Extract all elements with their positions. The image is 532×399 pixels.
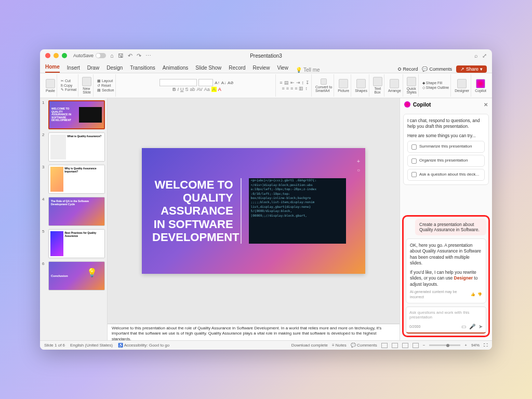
record-button[interactable]: Record xyxy=(398,66,418,72)
align-left-icon[interactable]: ≡ xyxy=(282,86,284,91)
spacing-icon[interactable]: AV xyxy=(196,87,202,92)
slide-area[interactable]: WELCOME TO QUALITY ASSURANCE IN SOFTWARE… xyxy=(108,98,400,324)
reset-button[interactable]: ↺ Reset xyxy=(97,84,114,88)
align-right-icon[interactable]: ≡ xyxy=(290,86,293,91)
tab-record[interactable]: Record xyxy=(229,65,245,73)
shape-outline-button[interactable]: ◇ Shape Outline xyxy=(422,86,449,90)
textbox-button[interactable]: Text Box xyxy=(373,77,382,94)
comments-status-button[interactable]: 💬 Comments xyxy=(351,343,377,348)
fit-icon[interactable]: ⛶ xyxy=(484,343,488,348)
slide[interactable]: WELCOME TO QUALITY ASSURANCE IN SOFTWARE… xyxy=(142,148,365,274)
minimize-icon[interactable] xyxy=(54,53,59,58)
section-button[interactable]: ▤ Section xyxy=(97,88,114,92)
fontcolor-icon[interactable]: A xyxy=(218,87,221,92)
align-center-icon[interactable]: ≡ xyxy=(286,86,289,91)
paste-button[interactable]: Paste xyxy=(46,79,55,92)
tab-transitions[interactable]: Transitions xyxy=(130,65,155,73)
thumb-down-icon[interactable]: 👎 xyxy=(477,292,482,297)
underline-icon[interactable]: U xyxy=(180,87,184,92)
highlight-icon[interactable]: A xyxy=(211,87,217,92)
zoom-in-icon[interactable]: + xyxy=(464,343,467,348)
decrease-font-icon[interactable]: A↓ xyxy=(221,81,226,85)
notes-button[interactable]: ≡ Notes xyxy=(332,343,347,348)
justify-icon[interactable]: ≡ xyxy=(295,86,297,91)
slideshow-view-icon[interactable] xyxy=(413,343,419,348)
new-slide-button[interactable]: New Slide xyxy=(82,77,91,94)
shadow-icon[interactable]: ab xyxy=(190,87,195,92)
copilot-input-placeholder[interactable]: Ask questions and work with this present… xyxy=(409,310,483,320)
strike-icon[interactable]: S xyxy=(185,87,188,92)
tell-me-search[interactable]: 💡 Tell me xyxy=(296,67,320,73)
suggestion-organize[interactable]: Organize this presentation xyxy=(407,155,485,167)
textdir-icon[interactable]: ↧ xyxy=(305,80,310,85)
toggle-icon[interactable] xyxy=(96,53,106,58)
designer-button[interactable]: Designer xyxy=(455,79,469,92)
slide-title[interactable]: WELCOME TO QUALITY ASSURANCE IN SOFTWARE… xyxy=(152,178,242,244)
indent-inc-icon[interactable]: ⇥ xyxy=(296,80,300,85)
reading-view-icon[interactable] xyxy=(402,343,408,348)
close-icon[interactable] xyxy=(45,53,50,58)
smartart-button[interactable]: Convert to SmartArt xyxy=(315,78,332,92)
thumbnail-3[interactable]: Why is Quality Assurance Important? xyxy=(48,165,105,194)
tab-view[interactable]: View xyxy=(277,65,288,73)
font-size-select[interactable] xyxy=(198,79,213,86)
shape-fill-button[interactable]: ◆ Shape Fill xyxy=(422,81,449,85)
copy-button[interactable]: ⎘ Copy xyxy=(61,84,76,87)
quickstyles-button[interactable]: Quick Styles xyxy=(407,77,417,94)
slide-image[interactable]: <p>{abc}</p>{ccc}.gbrt1 .6bhgrt97{: </di… xyxy=(249,178,346,243)
tab-insert[interactable]: Insert xyxy=(67,65,80,73)
numbering-icon[interactable]: ▤ xyxy=(284,80,289,85)
save-icon[interactable]: 🖫 xyxy=(118,52,124,59)
tab-slideshow[interactable]: Slide Show xyxy=(195,65,221,73)
thumbnail-5[interactable]: Best Practices for Quality Assurance xyxy=(48,229,105,258)
autosave-toggle[interactable]: AutoSave xyxy=(73,53,106,58)
zoom-out-icon[interactable]: − xyxy=(423,343,425,348)
case-icon[interactable]: Aa xyxy=(204,87,210,92)
font-family-select[interactable] xyxy=(159,79,197,86)
language[interactable]: English (United States) xyxy=(70,343,113,348)
link-icon[interactable]: ⤢ xyxy=(482,52,487,59)
indent-dec-icon[interactable]: ⇤ xyxy=(290,80,295,85)
mic-icon[interactable]: 🎤 xyxy=(469,324,475,329)
tab-draw[interactable]: Draw xyxy=(87,65,99,73)
shapes-button[interactable]: Shapes xyxy=(355,79,367,92)
thumbnail-2[interactable]: What is Quality Assurance? xyxy=(48,132,105,162)
home-icon[interactable]: ⌂ xyxy=(110,52,114,59)
arrange-button[interactable]: Arrange xyxy=(388,79,401,92)
tab-animations[interactable]: Animations xyxy=(163,65,188,73)
zoom-level[interactable]: 94% xyxy=(471,343,480,348)
picture-button[interactable]: Picture xyxy=(338,79,349,92)
suggestion-summarize[interactable]: Summarize this presentation xyxy=(407,141,485,153)
maximize-icon[interactable] xyxy=(62,53,67,58)
tab-home[interactable]: Home xyxy=(45,64,60,73)
linespace-icon[interactable]: ↕ xyxy=(302,80,304,85)
thumbnail-4[interactable]: The Role of QA in the Software Developme… xyxy=(48,197,105,226)
zoom-slider[interactable] xyxy=(429,344,460,346)
close-panel-icon[interactable]: ✕ xyxy=(484,102,488,108)
thumbnail-6[interactable]: Conclusion💡 xyxy=(48,261,105,290)
increase-font-icon[interactable]: A↑ xyxy=(215,81,219,85)
tab-design[interactable]: Design xyxy=(107,65,123,73)
clear-format-icon[interactable]: A⊘ xyxy=(228,81,234,85)
speaker-notes[interactable]: Welcome to this presentation about the r… xyxy=(108,324,400,340)
designer-link[interactable]: Designer xyxy=(454,275,473,281)
thumb-up-icon[interactable]: 👍 xyxy=(471,292,475,297)
attach-icon[interactable]: ▭ xyxy=(461,324,466,329)
italic-icon[interactable]: I xyxy=(177,87,179,92)
comments-button[interactable]: 💬 Comments xyxy=(422,66,452,72)
more-icon[interactable]: ⋯ xyxy=(145,52,151,59)
redo-icon[interactable]: ↷ xyxy=(137,52,141,59)
thumbnail-1[interactable]: WELCOME TO QUALITY ASSURANCE IN SOFTWARE… xyxy=(48,100,105,129)
bullets-icon[interactable]: ≡ xyxy=(280,80,282,85)
columns-icon[interactable]: ▥ xyxy=(299,86,303,91)
share-button[interactable]: ↗ Share ▾ xyxy=(456,65,487,73)
normal-view-icon[interactable] xyxy=(381,343,388,348)
suggestion-ask[interactable]: Ask a question about this deck... xyxy=(407,169,485,181)
format-button[interactable]: ✎ Format xyxy=(61,88,76,92)
align-text-icon[interactable]: ↕ xyxy=(305,86,308,91)
bold-icon[interactable]: B xyxy=(172,87,176,92)
send-icon[interactable]: ➤ xyxy=(478,324,483,329)
search-icon[interactable]: ⌕ xyxy=(474,52,478,59)
sorter-view-icon[interactable] xyxy=(392,343,398,348)
copilot-button[interactable]: Copilot xyxy=(475,79,486,92)
